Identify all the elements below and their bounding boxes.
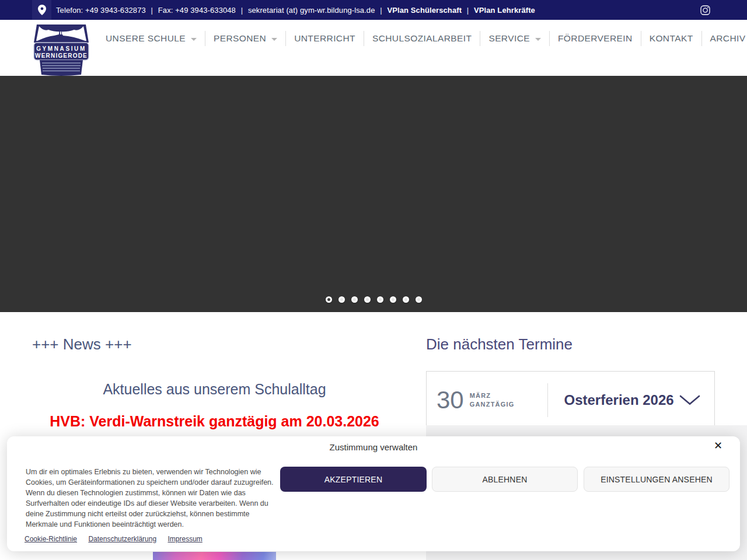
vplan-students-link[interactable]: VPlan Schülerschaft — [387, 6, 462, 15]
nav-menu: UNSERE SCHULE PERSONEN UNTERRICHT SCHULS… — [106, 20, 747, 57]
event-date-details: MÄRZ GANZTÄGIG — [470, 391, 515, 409]
decline-button[interactable]: ABLEHNEN — [432, 467, 578, 492]
slider-dot-7[interactable] — [403, 296, 409, 303]
nav-item-personen[interactable]: PERSONEN — [214, 33, 277, 44]
nav-separator — [364, 31, 364, 46]
chevron-down-icon — [535, 38, 541, 41]
nav-item-archiv[interactable]: ARCHIV — [710, 33, 747, 44]
topbar: Telefon: +49 3943-632873 | Fax: +49 3943… — [0, 0, 747, 20]
events-section-title: Die nächsten Termine — [426, 335, 715, 354]
events-section: Die nächsten Termine 30 MÄRZ GANZTÄGIG O… — [426, 312, 715, 429]
nav-separator — [480, 31, 480, 46]
imprint-link[interactable]: Impressum — [167, 535, 202, 543]
school-logo[interactable]: GYMNASIUM WERNIGERODE — [32, 24, 90, 76]
slider-dot-2[interactable] — [338, 296, 345, 303]
cookie-consent-dialog: Zustimmung verwalten ✕ Um dir ein optima… — [7, 436, 740, 551]
news-section: +++ News +++ Aktuelles aus unserem Schul… — [0, 312, 429, 430]
slider-dot-1[interactable] — [326, 296, 332, 303]
slider-dot-4[interactable] — [364, 296, 371, 303]
separator: | — [380, 6, 382, 15]
cookie-dialog-text: Um dir ein optimales Erlebnis zu bieten,… — [26, 467, 282, 530]
svg-text:WERNIGERODE: WERNIGERODE — [35, 52, 88, 59]
slider-dot-3[interactable] — [351, 296, 358, 303]
nav-item-unsere-schule[interactable]: UNSERE SCHULE — [106, 33, 197, 44]
event-card[interactable]: 30 MÄRZ GANZTÄGIG Osterferien 2026 — [426, 371, 715, 429]
chevron-down-icon — [271, 38, 277, 41]
nav-label: FÖRDERVEREIN — [558, 33, 633, 44]
nav-label: UNSERE SCHULE — [106, 33, 186, 44]
nav-label: UNTERRICHT — [294, 33, 355, 44]
nav-item-schulsozialarbeit[interactable]: SCHULSOZIALARBEIT — [372, 33, 472, 44]
nav-label: PERSONEN — [214, 33, 266, 44]
view-settings-button[interactable]: EINSTELLUNGEN ANSEHEN — [584, 467, 729, 492]
cookie-footer-links: Cookie-Richtlinie Datenschutzerklärung I… — [25, 535, 212, 543]
event-name: Osterferien 2026 — [564, 392, 674, 408]
topbar-email: sekretariat (at) gym-wr.bildung-lsa.de — [248, 6, 375, 15]
chevron-down-icon — [191, 38, 197, 41]
news-alert-headline[interactable]: HVB: Verdi-Warnstreik ganztägig am 20.03… — [0, 413, 429, 430]
topbar-fax: Fax: +49 3943-633048 — [158, 6, 236, 15]
slider-dot-5[interactable] — [377, 296, 383, 303]
nav-label: ARCHIV — [710, 33, 746, 44]
separator: | — [241, 6, 243, 15]
slider-dot-8[interactable] — [416, 296, 422, 303]
nav-separator — [205, 31, 205, 46]
nav-item-unterricht[interactable]: UNTERRICHT — [294, 33, 355, 44]
vplan-teachers-link[interactable]: VPlan Lehrkräfte — [474, 6, 535, 15]
nav-separator — [641, 31, 641, 46]
nav-separator — [549, 31, 550, 46]
nav-separator — [285, 31, 286, 46]
nav-label: KONTAKT — [650, 33, 693, 44]
event-month: MÄRZ — [470, 392, 491, 399]
event-day: 30 — [437, 388, 464, 412]
nav-item-kontakt[interactable]: KONTAKT — [650, 33, 693, 44]
accept-button[interactable]: AKZEPTIEREN — [280, 467, 427, 492]
instagram-icon[interactable] — [700, 5, 710, 15]
nav-separator — [701, 31, 702, 46]
slider-dot-6[interactable] — [390, 296, 396, 303]
topbar-phone: Telefon: +49 3943-632873 — [56, 6, 146, 15]
news-thumbnail-image — [153, 552, 276, 560]
nav-item-foerderverein[interactable]: FÖRDERVEREIN — [558, 33, 633, 44]
location-pin-icon — [32, 0, 51, 20]
nav-label: SERVICE — [488, 33, 530, 44]
slider-dots — [0, 296, 747, 303]
event-duration: GANZTÄGIG — [470, 401, 515, 408]
page: Telefon: +49 3943-632873 | Fax: +49 3943… — [0, 0, 747, 560]
main-nav: GYMNASIUM WERNIGERODE UNSERE SCHULE PERS… — [0, 20, 747, 76]
cookie-policy-link[interactable]: Cookie-Richtlinie — [25, 535, 77, 543]
news-subtitle: Aktuelles aus unserem Schulalltag — [0, 381, 429, 398]
topbar-contact: Telefon: +49 3943-632873 | Fax: +49 3943… — [56, 6, 535, 15]
separator: | — [467, 6, 469, 15]
nav-label: SCHULSOZIALARBEIT — [372, 33, 472, 44]
privacy-policy-link[interactable]: Datenschutzerklärung — [88, 535, 156, 543]
nav-item-service[interactable]: SERVICE — [488, 33, 541, 44]
close-icon[interactable]: ✕ — [714, 440, 722, 451]
hero-slider — [0, 76, 747, 312]
event-divider — [547, 383, 548, 417]
separator: | — [151, 6, 153, 15]
cookie-dialog-title: Zustimmung verwalten — [7, 442, 740, 452]
chevron-down-icon[interactable] — [679, 395, 700, 405]
svg-text:GYMNASIUM: GYMNASIUM — [36, 46, 86, 52]
news-section-title: +++ News +++ — [32, 335, 429, 354]
